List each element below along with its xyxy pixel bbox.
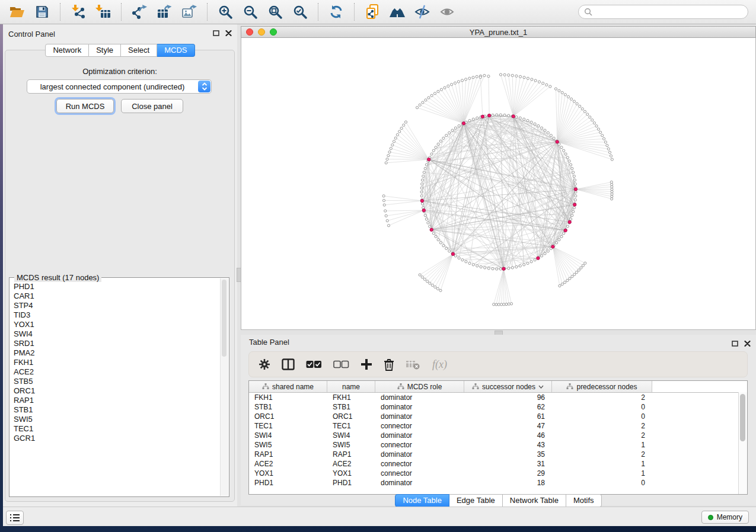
open-session-icon[interactable] (8, 2, 27, 21)
mcds-result-item[interactable]: STB1 (14, 405, 229, 415)
search-box[interactable] (578, 5, 748, 19)
mcds-result-item[interactable]: PHD1 (14, 282, 229, 291)
memory-status-icon (708, 515, 713, 520)
mcds-result-item[interactable]: TID3 (14, 310, 229, 320)
tab-mcds[interactable]: MCDS (157, 44, 194, 57)
export-network-icon[interactable] (130, 2, 149, 21)
toolbar-separator (318, 3, 318, 21)
save-session-icon[interactable] (33, 2, 52, 21)
cell-predecessor-nodes: 0 (552, 479, 652, 487)
network-graph[interactable] (241, 38, 755, 329)
table-row-stb1[interactable]: STB1STB1dominator620 (249, 402, 747, 412)
table-row-swi4[interactable]: SWI4SWI4dominator462 (249, 431, 747, 440)
tab-select[interactable]: Select (121, 44, 157, 57)
show-columns-icon[interactable] (282, 358, 295, 370)
toolbar-buttons (5, 2, 460, 21)
add-row-icon[interactable] (361, 358, 372, 370)
cell-successor-nodes: 29 (464, 469, 552, 477)
column-header-name[interactable]: name (327, 381, 375, 392)
close-table-panel-icon[interactable] (744, 338, 751, 349)
network-window-title: YPA_prune.txt_1 (470, 28, 527, 37)
cell-successor-nodes: 35 (464, 450, 552, 459)
float-table-panel-icon[interactable] (732, 338, 738, 349)
mcds-result-item[interactable]: SRD1 (14, 339, 229, 348)
select-all-icon[interactable] (306, 360, 322, 368)
run-mcds-button[interactable]: Run MCDS (56, 99, 114, 113)
import-network-icon[interactable] (69, 2, 88, 21)
search-network-icon[interactable] (388, 2, 407, 21)
search-input[interactable] (595, 7, 742, 17)
mcds-result-item[interactable]: TEC1 (14, 424, 229, 434)
table-row-yox1[interactable]: YOX1YOX1connector291 (249, 469, 747, 478)
mcds-result-item[interactable]: STP4 (14, 301, 229, 310)
apply-preferred-layout-icon[interactable] (327, 2, 346, 21)
tab-style[interactable]: Style (89, 44, 121, 57)
zoom-out-icon[interactable] (241, 2, 260, 21)
close-panel-button[interactable]: Close panel (121, 99, 183, 113)
tab-edge-table[interactable]: Edge Table (449, 494, 503, 507)
close-panel-icon[interactable] (225, 30, 232, 36)
cell-name: ACE2 (327, 460, 375, 468)
optimization-criterion-select[interactable]: largest connected component (undirected) (27, 79, 212, 94)
optimization-criterion-label: Optimization criterion: (5, 67, 234, 76)
table-row-phd1[interactable]: PHD1PHD1dominator180 (249, 478, 747, 488)
column-header-predecessor-nodes[interactable]: predecessor nodes (552, 381, 652, 392)
show-hidden-icon[interactable] (438, 2, 457, 21)
table-row-fkh1[interactable]: FKH1FKH1dominator962 (249, 393, 747, 402)
table-settings-icon[interactable] (259, 358, 270, 370)
table-toolbar: f(x) (248, 351, 748, 377)
cell-shared-name: PHD1 (249, 479, 327, 487)
tab-network[interactable]: Network (45, 44, 89, 57)
export-table-icon[interactable] (155, 2, 174, 21)
mcds-result-scrollbar[interactable] (220, 278, 228, 496)
hide-selected-icon[interactable] (413, 2, 432, 21)
mcds-result-item[interactable]: FKH1 (14, 358, 229, 367)
mcds-result-item[interactable]: GCR1 (14, 434, 229, 443)
export-image-icon[interactable] (180, 2, 199, 21)
cell-shared-name: SWI5 (249, 441, 327, 449)
float-window-icon[interactable] (213, 30, 219, 36)
column-header-shared-name[interactable]: shared name (249, 381, 327, 392)
mcds-result-item[interactable]: SWI5 (14, 415, 229, 424)
table-row-ace2[interactable]: ACE2ACE2connector311 (249, 459, 747, 469)
mcds-result-item[interactable]: PMA2 (14, 348, 229, 358)
mcds-result-item[interactable]: ACE2 (14, 367, 229, 377)
table-scrollbar-thumb[interactable] (740, 394, 745, 441)
tab-node-table[interactable]: Node Table (395, 494, 449, 507)
mcds-result-item[interactable]: STB5 (14, 377, 229, 386)
clone-network-icon[interactable] (363, 2, 382, 21)
tab-network-table[interactable]: Network Table (503, 494, 566, 507)
table-row-swi5[interactable]: SWI5SWI5connector431 (249, 440, 747, 450)
sort-indicator-icon (538, 385, 544, 389)
task-history-button[interactable] (6, 511, 24, 525)
table-row-orc1[interactable]: ORC1ORC1dominator610 (249, 412, 747, 421)
column-header-mcds-role[interactable]: MCDS role (375, 381, 464, 392)
zoom-selected-icon[interactable] (291, 2, 310, 21)
table-scrollbar[interactable] (738, 392, 747, 494)
tab-motifs[interactable]: Motifs (566, 494, 602, 507)
table-row-rap1[interactable]: RAP1RAP1dominator352 (249, 450, 747, 459)
delete-rows-icon[interactable] (384, 358, 394, 371)
mcds-result-item[interactable]: RAP1 (14, 396, 229, 405)
cell-successor-nodes: 46 (464, 431, 552, 440)
cell-predecessor-nodes: 2 (552, 431, 652, 440)
window-maximize-light[interactable] (270, 28, 277, 36)
cell-name: STB1 (327, 403, 375, 411)
mcds-result-item[interactable]: CAR1 (14, 291, 229, 301)
network-window-titlebar[interactable]: YPA_prune.txt_1 (241, 26, 756, 38)
deselect-all-icon[interactable] (333, 360, 349, 368)
window-minimize-light[interactable] (258, 28, 265, 36)
network-canvas[interactable] (241, 38, 756, 330)
mcds-result-item[interactable]: YOX1 (14, 320, 229, 329)
zoom-fit-icon[interactable] (266, 2, 285, 21)
memory-button[interactable]: Memory (701, 511, 749, 524)
column-header-successor-nodes[interactable]: successor nodes (464, 381, 552, 392)
mcds-result-title: MCDS result (17 nodes) (14, 273, 101, 282)
import-table-icon[interactable] (94, 2, 113, 21)
zoom-in-icon[interactable] (216, 2, 235, 21)
table-row-tec1[interactable]: TEC1TEC1connector472 (249, 421, 747, 431)
window-close-light[interactable] (246, 28, 253, 36)
mcds-result-item[interactable]: ORC1 (14, 386, 229, 396)
mcds-result-item[interactable]: SWI4 (14, 329, 229, 339)
cell-mcds-role: connector (375, 460, 464, 468)
